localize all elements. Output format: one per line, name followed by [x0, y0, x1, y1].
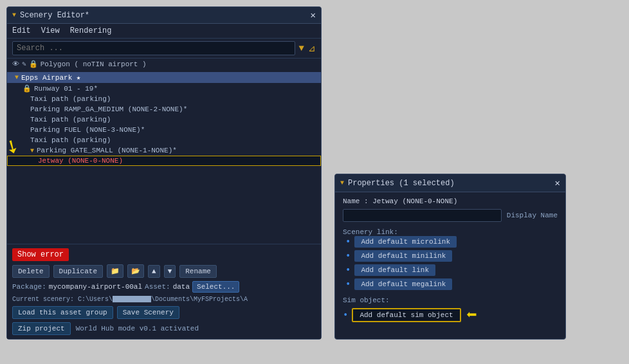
menu-view[interactable]: View [41, 26, 60, 35]
package-value: mycompany-airport-00al [49, 283, 142, 291]
add-link-button[interactable]: Add default link [354, 264, 435, 276]
link-item-megalink: • Add default megalink [345, 278, 558, 290]
search-toolbar: ▼ ⊿ [7, 39, 321, 59]
parking-gate-row: ➘ ▼ Parking GATE_SMALL (NONE-1-NONE)* [7, 145, 321, 156]
tree-item-parking2[interactable]: Parking FUEL (NONE-3-NONE)* [7, 125, 321, 135]
jetway-label: Jetway (NONE-0-NONE) [38, 157, 123, 165]
tree-item-taxi1[interactable]: Taxi path (parking) [7, 94, 321, 104]
add-minilink-button[interactable]: Add default minilink [354, 250, 452, 262]
load-asset-group-button[interactable]: Load this asset group [12, 306, 113, 319]
bullet-microlink: • [345, 237, 351, 247]
move-down-button[interactable]: ▼ [164, 265, 176, 278]
scenery-editor-close-button[interactable]: ✕ [311, 10, 316, 21]
bullet-simobj: • [343, 310, 348, 320]
tree-item-taxi2[interactable]: Taxi path (parking) [7, 114, 321, 125]
scenery-editor-titlebar: ▼ Scenery Editor* ✕ [7, 7, 321, 24]
scenery-link-label: Scenery link: [343, 228, 558, 236]
world-hub-text: World Hub mode v0.1 activated [76, 325, 199, 332]
tree-item-jetway[interactable]: Jetway (NONE-0-NONE) [7, 156, 321, 166]
asset-label: Asset: [145, 283, 170, 291]
taxi1-label: Taxi path (parking) [30, 95, 111, 103]
panel-title: Scenery Editor* [20, 11, 89, 20]
tree-item-parking-gate[interactable]: ▼ Parking GATE_SMALL (NONE-1-NONE)* [7, 145, 321, 156]
add-sim-object-button[interactable]: Add default sim object [352, 308, 460, 322]
folder-in-button[interactable]: 📁 [107, 264, 123, 278]
parking2-label: Parking FUEL (NONE-3-NONE)* [30, 126, 145, 134]
menu-rendering[interactable]: Rendering [70, 26, 112, 35]
save-scenery-button[interactable]: Save Scenery [117, 306, 179, 319]
scenery-link-list: • Add default microlink • Add default mi… [343, 236, 558, 290]
name-row: Name : Jetway (NONE-0-NONE) [343, 197, 558, 205]
menu-edit[interactable]: Edit [12, 26, 31, 35]
tree-item-taxi3[interactable]: Taxi path (parking) [7, 135, 321, 145]
display-name-input[interactable] [343, 209, 502, 222]
add-microlink-button[interactable]: Add default microlink [354, 236, 457, 248]
parking-gate-label: Parking GATE_SMALL (NONE-1-NONE)* [37, 147, 177, 154]
sim-object-label: Sim object: [343, 296, 558, 304]
name-value: Name : Jetway (NONE-0-NONE) [343, 197, 457, 205]
lock-icon[interactable]: 🔒 [29, 60, 38, 68]
package-label: Package: [12, 283, 46, 291]
right-arrow-icon: ⬅ [466, 304, 477, 326]
bullet-megalink: • [345, 279, 351, 289]
scenery-link-section: Scenery link: • Add default microlink • … [343, 226, 558, 290]
tree-header: 👁 ✎ 🔒 Polygon ( noTIN airport ) [7, 59, 321, 69]
taxi2-label: Taxi path (parking) [30, 116, 111, 123]
current-scenery-path: C:\Users\██████████\Documents\MyFSProjec… [78, 296, 248, 303]
bottom-padding [343, 330, 558, 334]
filter-icon[interactable]: ▼ [299, 43, 304, 53]
funnel-icon[interactable]: ⊿ [308, 43, 316, 54]
select-button[interactable]: Select... [192, 281, 239, 293]
display-name-row: Display Name [343, 209, 558, 222]
bullet-link: • [345, 265, 351, 275]
group-label: Epps Airpark ★ [21, 73, 80, 82]
action-buttons-row: Delete Duplicate 📁 📂 ▲ ▼ Rename [12, 264, 316, 278]
load-save-row: Load this asset group Save Scenery [12, 306, 316, 319]
title-left: ▼ Scenery Editor* [12, 11, 89, 20]
zip-row: Zip project World Hub mode v0.1 activate… [12, 322, 316, 335]
link-item-microlink: • Add default microlink [345, 236, 558, 248]
tree-item-runway[interactable]: 🔒 Runway 01 - 19* [7, 83, 321, 94]
tree-item-parking1[interactable]: Parking RAMP_GA_MEDIUM (NONE-2-NONE)* [7, 104, 321, 114]
package-row: Package: mycompany-airport-00al Asset: d… [12, 281, 316, 293]
tree-group-epps[interactable]: ▼ Epps Airpark ★ [7, 72, 321, 83]
expand-icon: ▼ [15, 74, 19, 81]
bullet-minilink: • [345, 251, 351, 261]
delete-button[interactable]: Delete [12, 265, 50, 278]
gate-expand-icon: ▼ [30, 147, 34, 154]
show-error-button[interactable]: Show error [12, 248, 69, 261]
sim-object-item: • Add default sim object [343, 308, 461, 322]
edit-icon[interactable]: ✎ [22, 60, 26, 68]
folder-out-button[interactable]: 📂 [127, 264, 144, 278]
display-name-label: Display Name [507, 212, 558, 219]
rename-button[interactable]: Rename [179, 265, 217, 278]
scenery-editor-panel: ▼ Scenery Editor* ✕ Edit View Rendering … [6, 6, 322, 340]
runway-label: Runway 01 - 19* [34, 85, 98, 93]
prop-collapse-icon[interactable]: ▼ [340, 179, 344, 187]
top-spacer [334, 6, 566, 90]
link-item-minilink: • Add default minilink [345, 250, 558, 262]
link-item-link: • Add default link [345, 264, 558, 276]
tree-area[interactable]: ▼ Epps Airpark ★ 🔒 Runway 01 - 19* Taxi … [7, 69, 321, 244]
properties-close-button[interactable]: ✕ [555, 177, 560, 188]
duplicate-button[interactable]: Duplicate [53, 265, 103, 278]
search-input[interactable] [12, 41, 295, 55]
move-up-button[interactable]: ▲ [148, 265, 160, 278]
header-label: Polygon ( noTIN airport ) [41, 60, 147, 68]
visibility-icon[interactable]: 👁 [12, 60, 19, 68]
taxi3-label: Taxi path (parking) [30, 136, 111, 144]
asset-value: data [173, 283, 190, 291]
current-scenery-row: Current scenery: C:\Users\██████████\Doc… [12, 296, 316, 303]
sim-object-section: Sim object: • Add default sim object ⬅ [343, 294, 558, 326]
right-column: ▼ Properties (1 selected) ✕ Name : Jetwa… [334, 6, 566, 340]
runway-lock-icon: 🔒 [23, 84, 32, 93]
zip-project-button[interactable]: Zip project [12, 322, 71, 335]
parking1-label: Parking RAMP_GA_MEDIUM (NONE-2-NONE)* [30, 105, 187, 113]
add-megalink-button[interactable]: Add default megalink [354, 278, 452, 290]
prop-title-left: ▼ Properties (1 selected) [340, 179, 455, 188]
properties-body: Name : Jetway (NONE-0-NONE) Display Name… [335, 192, 565, 339]
menu-bar: Edit View Rendering [7, 24, 321, 39]
properties-titlebar: ▼ Properties (1 selected) ✕ [335, 174, 565, 192]
bottom-section: Show error Delete Duplicate 📁 📂 ▲ ▼ Rena… [7, 244, 321, 339]
collapse-icon[interactable]: ▼ [12, 12, 16, 19]
